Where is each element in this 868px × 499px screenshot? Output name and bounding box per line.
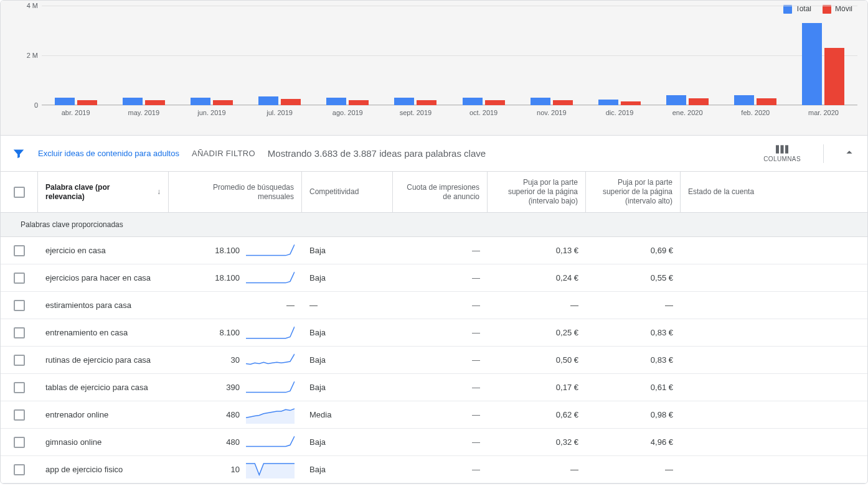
row-checkbox[interactable] (14, 464, 25, 475)
row-checkbox[interactable] (14, 300, 25, 311)
bar[interactable] (802, 23, 822, 105)
x-axis-label: mar. 2020 (790, 105, 857, 123)
keyword-planner-card: Total Móvil 02 M4 M abr. 2019may. 2019ju… (0, 0, 868, 484)
bar[interactable] (621, 101, 641, 105)
cell-account-status (681, 319, 867, 346)
table-row[interactable]: gimnasio online480Baja—0,32 €4,96 € (1, 429, 867, 456)
bar[interactable] (213, 100, 233, 105)
exclude-adult-link[interactable]: Excluir ideas de contenido para adultos (38, 149, 179, 158)
header-account-status[interactable]: Estado de la cuenta (681, 172, 867, 212)
cell-competition: Baja (302, 319, 393, 346)
cell-account-status (681, 292, 867, 319)
bar[interactable] (689, 98, 709, 105)
bar[interactable] (417, 100, 436, 105)
bar[interactable] (531, 98, 550, 105)
svg-rect-1 (781, 145, 784, 153)
collapse-icon[interactable] (842, 146, 856, 161)
table-header-row: Palabra clave (por relevancia) ↓ Promedi… (1, 171, 867, 213)
row-checkbox[interactable] (14, 409, 25, 421)
bar[interactable] (757, 98, 776, 105)
cell-account-status (681, 264, 867, 291)
cell-avg-searches: 390 (169, 374, 302, 401)
table-row[interactable]: entrenador online480Media—0,62 €0,98 € (1, 401, 867, 429)
table-row[interactable]: ejercicio en casa18.100Baja—0,13 €0,69 € (1, 237, 867, 264)
columns-button[interactable]: COLUMNAS (760, 144, 804, 162)
cell-impression-share: — (393, 237, 488, 264)
header-impressions-share[interactable]: Cuota de impresiones de anuncio (393, 172, 488, 212)
svg-rect-0 (776, 145, 779, 153)
table-body: ejercicio en casa18.100Baja—0,13 €0,69 €… (1, 237, 867, 483)
cell-account-status (681, 429, 867, 455)
cell-competition: Baja (302, 237, 393, 264)
bar[interactable] (326, 98, 346, 105)
cell-impression-share: — (393, 319, 488, 346)
cell-impression-share: — (393, 374, 488, 401)
cell-account-status (681, 374, 867, 401)
svg-rect-2 (785, 145, 788, 153)
header-bid-high[interactable]: Puja por la parte superior de la página … (586, 172, 681, 212)
cell-impression-share: — (393, 429, 488, 455)
row-checkbox[interactable] (14, 437, 25, 448)
cell-competition: Media (302, 401, 393, 428)
header-keyword[interactable]: Palabra clave (por relevancia) ↓ (38, 172, 169, 212)
select-all-checkbox[interactable] (14, 187, 25, 198)
bar[interactable] (824, 48, 844, 105)
table-row[interactable]: tablas de ejercicio para casa390Baja—0,1… (1, 374, 867, 401)
bar-group (654, 6, 722, 105)
row-checkbox[interactable] (14, 245, 25, 256)
bar[interactable] (349, 100, 369, 105)
bar[interactable] (55, 98, 75, 105)
cell-impression-share: — (393, 347, 488, 373)
table-row[interactable]: app de ejercicio fisico10Baja——— (1, 456, 867, 483)
bar[interactable] (598, 100, 618, 105)
bar-group (314, 6, 382, 105)
cell-keyword: gimnasio online (38, 429, 169, 455)
add-filter-button[interactable]: AÑADIR FILTRO (192, 149, 255, 158)
cell-bid-low: 0,24 € (488, 264, 586, 291)
table-row[interactable]: rutinas de ejercicio para casa30Baja—0,5… (1, 347, 867, 374)
cell-keyword: app de ejercicio fisico (38, 456, 169, 483)
bar[interactable] (553, 100, 573, 105)
bar-group (450, 6, 517, 105)
bar-group (722, 6, 790, 105)
bar[interactable] (123, 98, 143, 105)
trend-chart: Total Móvil 02 M4 M abr. 2019may. 2019ju… (1, 1, 867, 135)
x-axis-label: nov. 2019 (517, 105, 585, 123)
header-avg-searches[interactable]: Promedio de búsquedas mensuales (169, 172, 302, 212)
bar[interactable] (258, 96, 278, 105)
row-checkbox[interactable] (14, 273, 25, 284)
cell-keyword: entrenamiento en casa (38, 319, 169, 346)
bar[interactable] (734, 95, 754, 105)
x-axis-label: jun. 2019 (177, 105, 245, 123)
bar[interactable] (191, 98, 210, 105)
header-bid-low[interactable]: Puja por la parte superior de la página … (488, 172, 586, 212)
row-checkbox[interactable] (14, 382, 25, 393)
cell-account-status (681, 237, 867, 264)
table-row[interactable]: entrenamiento en casa8.100Baja—0,25 €0,8… (1, 319, 867, 347)
table-row[interactable]: estiramientos para casa————— (1, 292, 867, 319)
bar[interactable] (463, 98, 483, 105)
cell-avg-searches: 10 (169, 456, 302, 483)
row-checkbox[interactable] (14, 355, 25, 366)
cell-competition: Baja (302, 264, 393, 291)
bar[interactable] (145, 100, 165, 105)
header-competition[interactable]: Competitividad (302, 172, 393, 212)
bar[interactable] (77, 100, 97, 105)
cell-keyword: tablas de ejercicio para casa (38, 374, 169, 401)
cell-bid-high: 0,61 € (586, 374, 681, 401)
x-axis-label: feb. 2020 (722, 105, 790, 123)
table-row[interactable]: ejercicios para hacer en casa18.100Baja—… (1, 264, 867, 292)
cell-bid-high: 0,55 € (586, 264, 681, 291)
cell-impression-share: — (393, 456, 488, 483)
bar-group (110, 6, 177, 105)
bar[interactable] (281, 99, 301, 105)
cell-avg-searches: — (169, 292, 302, 319)
bar[interactable] (394, 98, 414, 105)
cell-keyword: estiramientos para casa (38, 292, 169, 319)
row-checkbox[interactable] (14, 327, 25, 338)
filter-icon[interactable] (12, 147, 26, 161)
bar[interactable] (485, 100, 505, 105)
bar[interactable] (666, 95, 686, 105)
cell-bid-low: 0,32 € (488, 429, 586, 455)
x-axis-label: may. 2019 (110, 105, 177, 123)
